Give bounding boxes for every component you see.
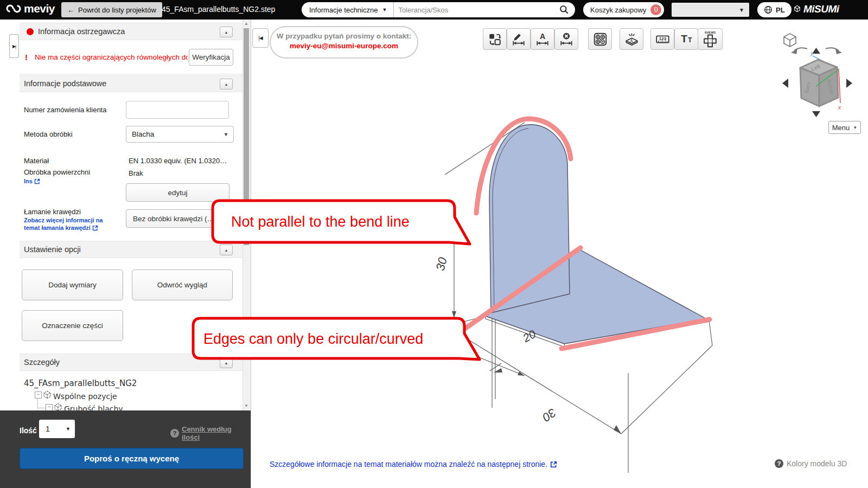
order-number-input[interactable] — [126, 101, 229, 119]
chevron-down-icon: ▼ — [853, 125, 857, 130]
vertical-flange-thickness — [493, 129, 528, 311]
scroll-up-icon[interactable]: ▲ — [242, 21, 250, 26]
materials-link-label: Szczegółowe informacje na temat materiał… — [270, 460, 547, 468]
add-dimensions-button[interactable]: Dodaj wymiary — [22, 269, 123, 300]
contact-bubble: W przypadku pytań prosimy o kontakt: mev… — [270, 26, 418, 59]
chevron-down-icon: ▼ — [739, 7, 744, 13]
text-dimension-button[interactable]: A — [531, 28, 554, 50]
highlight-bend-line — [461, 248, 580, 331]
tree-node-common-positions[interactable]: Wspólne pozycje — [53, 392, 117, 401]
material-value: EN 1.0330 equiv. (EN 1.0320… — [129, 157, 227, 165]
account-dropdown[interactable]: ▼ — [672, 3, 749, 17]
edge-treatment-button[interactable]: Bez obróbki krawędzi (… — [126, 209, 236, 228]
svg-text:A: A — [629, 38, 633, 43]
axis-y-label: y — [810, 50, 814, 56]
sidebar-scrollbar-thumb[interactable] — [244, 28, 249, 245]
dimension-arrowheads — [446, 209, 621, 434]
collapse-panel-toggle[interactable]: |◀ — [252, 28, 269, 48]
warning-section-title: Informacja ostrzegawcza — [38, 27, 125, 36]
highlight-bottom-edge — [561, 319, 710, 349]
tree-collapse-toggle[interactable]: − — [35, 391, 42, 399]
axis-x-label: x — [838, 105, 841, 111]
tech-info-dropdown[interactable]: Informacje techniczne ▼ — [302, 2, 393, 17]
view-cube-graphic: Left Back Bottom y x — [760, 27, 868, 136]
text-annotation-button[interactable]: T T — [674, 28, 698, 50]
surface-label: Obróbka powierzchni — [24, 168, 90, 176]
six-views-label: 6VIEWS — [705, 31, 716, 34]
dimension-lines — [445, 123, 712, 473]
back-to-projects-button[interactable]: ← Powrót do listy projektów — [61, 2, 162, 17]
cart-label: Koszyk zakupowy — [590, 6, 646, 14]
isometric-view-icon — [784, 34, 796, 47]
edit-dimension-icon — [512, 32, 526, 46]
svg-text:A: A — [540, 32, 545, 41]
surface-annotation-button[interactable]: A — [620, 28, 643, 50]
menu-button-label: Menu — [832, 124, 850, 132]
cart-button[interactable]: Koszyk zakupowy 0 — [583, 2, 664, 17]
back-arrow-icon: ← — [67, 6, 74, 14]
pricing-by-quantity-link[interactable]: ? Cennik według ilości — [170, 425, 251, 441]
replace-model-button[interactable] — [483, 28, 507, 50]
edit-dimension-button[interactable] — [507, 28, 531, 50]
replace-model-icon — [488, 32, 502, 46]
viewcube-menu-button[interactable]: Menu ▼ — [828, 121, 861, 134]
rotate-up-arrow — [812, 48, 820, 54]
part-marking-button[interactable]: Oznaczenie części — [22, 310, 123, 341]
ins-link[interactable]: Ins — [24, 178, 40, 184]
materials-info-link[interactable]: Szczegółowe informacje na temat materiał… — [270, 460, 557, 468]
section-header-basic-info[interactable]: Informacje podstawowe ▲ — [20, 75, 242, 92]
search-input[interactable] — [394, 6, 559, 14]
hole-info-icon — [593, 32, 608, 47]
section-header-warning[interactable]: Informacja ostrzegawcza ▲ — [20, 23, 242, 40]
contact-email-link[interactable]: meviy-eu@misumi-europe.com — [271, 42, 417, 50]
collapse-basic-button[interactable]: ▲ — [220, 79, 233, 89]
request-manual-quote-button[interactable]: Poproś o ręczną wycenę — [20, 448, 244, 469]
collapse-options-button[interactable]: ▲ — [220, 245, 233, 255]
method-select[interactable]: Blacha ▼ — [126, 126, 234, 143]
meviy-logo-text: meviy — [24, 2, 55, 15]
edge-info-link[interactable]: Zobacz więcej informacji na — [24, 217, 103, 223]
order-number-label: Numer zamówienia klienta — [24, 106, 106, 114]
model-colors-link[interactable]: ? Kolory modelu 3D — [775, 459, 847, 468]
horizontal-flange — [486, 249, 706, 344]
collapse-details-button[interactable]: ▲ — [220, 357, 233, 368]
six-views-button[interactable]: 6VIEWS — [698, 28, 723, 50]
text-dimension-icon: A — [535, 32, 550, 46]
collapse-warning-button[interactable]: ▲ — [220, 27, 233, 37]
dimension-height-label: 30 — [433, 256, 450, 272]
vertical-flange — [489, 125, 570, 313]
svg-text:T: T — [687, 36, 692, 44]
section-header-options[interactable]: Ustawienie opcji ▲ — [20, 241, 242, 258]
language-button[interactable]: PL — [757, 2, 792, 17]
hole-info-button[interactable] — [588, 28, 612, 50]
colors-link-label: Kolory modelu 3D — [787, 459, 847, 468]
help-icon: ? — [775, 459, 783, 468]
meviy-logo-icon — [5, 3, 22, 15]
highlight-arch-edge — [476, 119, 571, 213]
edge-info-link-line2: temat łamania krawędzi — [24, 224, 91, 231]
viewport-3d[interactable]: |◀ W przypadku pytań prosimy o kontakt: … — [251, 20, 868, 488]
scroll-down-icon[interactable]: ▼ — [242, 403, 250, 408]
contact-text: W przypadku pytań prosimy o kontakt: — [271, 32, 417, 40]
tree-root-label[interactable]: 45_FAsm_parallelbutts_NG2 — [24, 378, 137, 388]
surface-value: Brak — [129, 169, 143, 177]
delete-dimension-button[interactable] — [554, 28, 578, 50]
edge-info-link-2[interactable]: temat łamania krawędzi — [24, 224, 98, 231]
meviy-logo[interactable]: meviy — [5, 2, 55, 15]
section-header-details[interactable]: Szczegóły ▲ — [20, 354, 242, 371]
auto-dimension-button[interactable]: 123 — [650, 28, 674, 50]
warning-exclamation: ! — [25, 53, 28, 62]
meviy-app: meviy ← Powrót do listy projektów 45_FAs… — [0, 0, 868, 488]
invert-appearance-button[interactable]: Odwróć wygląd — [132, 269, 233, 300]
delete-dimension-icon — [559, 32, 573, 46]
quantity-select[interactable]: 1 ▼ — [39, 420, 75, 438]
verification-button[interactable]: Weryfikacja — [189, 49, 233, 66]
left-sidebar: ▶| Informacja ostrzegawcza ▲ ! Nie ma cz… — [0, 20, 251, 488]
edit-button[interactable]: edytuj — [126, 183, 229, 202]
ins-link-label: Ins — [24, 178, 33, 184]
chevron-down-icon: ▼ — [382, 7, 387, 12]
search-icon[interactable] — [559, 5, 569, 15]
divider — [20, 74, 242, 74]
open-file-name: 45_FAsm_parallelbutts_NG2.step — [162, 5, 275, 14]
sidebar-expand-toggle[interactable]: ▶| — [9, 34, 19, 58]
